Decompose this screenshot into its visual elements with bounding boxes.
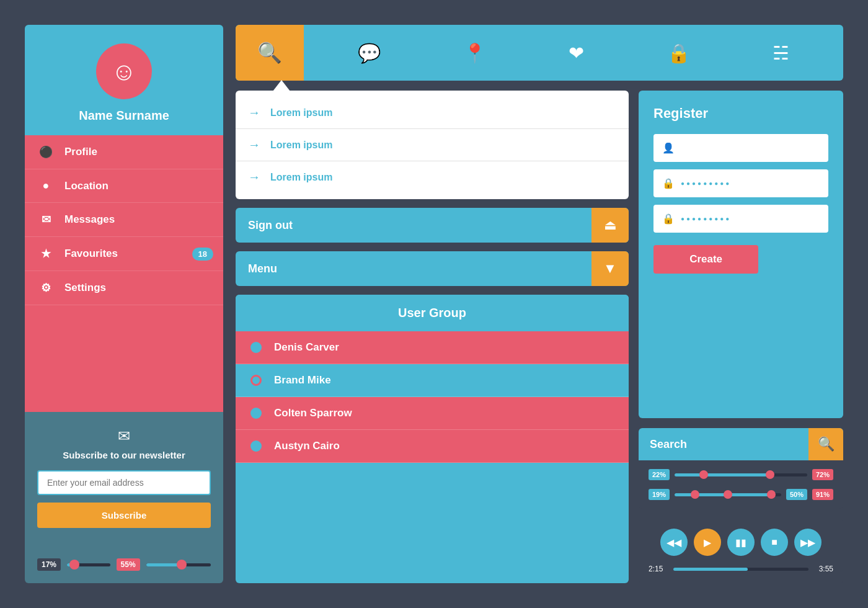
slider-fill-22 <box>675 473 770 476</box>
user-group-card: User Group Denis Carver Brand Mike Colte… <box>236 295 629 583</box>
user-group-header: User Group <box>236 295 629 331</box>
menu-button[interactable]: Menu ▼ <box>236 251 629 286</box>
stop-button[interactable]: ■ <box>761 529 788 556</box>
user-name-3: Colten Sparrow <box>274 407 352 419</box>
nav-item-profile[interactable]: ⚫ Profile <box>25 135 223 169</box>
slider-thumb-2[interactable] <box>177 560 187 570</box>
cube-icon[interactable]: ☵ <box>773 42 789 64</box>
confirm-lock-icon: 🔒 <box>662 213 675 225</box>
user-name-4: Austyn Cairo <box>274 440 340 452</box>
nav-label-messages: Messages <box>64 213 115 226</box>
slider-row-1: 17% 55% <box>37 558 211 571</box>
dropdown-text-3: Lorem ipsum <box>270 172 332 183</box>
nav-item-messages[interactable]: ✉ Messages <box>25 203 223 237</box>
user-item-2[interactable]: Brand Mike <box>236 364 629 397</box>
nav-label-location: Location <box>64 180 108 192</box>
chat-icon[interactable]: 💬 <box>358 42 381 64</box>
badge-50: 50% <box>786 489 807 500</box>
lock-icon[interactable]: 🔒 <box>667 42 690 64</box>
slider-thumb-91[interactable] <box>767 490 776 499</box>
user-item-1[interactable]: Denis Carver <box>236 331 629 364</box>
slider-thumb-22[interactable] <box>699 470 708 479</box>
badge-72: 72% <box>812 469 833 480</box>
email-input[interactable] <box>37 470 211 495</box>
slider-label-1: 17% <box>37 558 61 571</box>
create-button[interactable]: Create <box>653 245 758 274</box>
badge-22: 22% <box>649 469 670 480</box>
password-dots: ●●●●●●●●● <box>681 180 731 187</box>
top-navbar: 🔍 💬 📍 ❤ 🔒 ☵ <box>236 25 843 81</box>
slider-thumb-50[interactable] <box>724 490 732 499</box>
search-card: Search 🔍 22% <box>639 428 843 509</box>
search-label: Search <box>639 438 808 451</box>
dropdown-item-3[interactable]: → Lorem ipsum <box>236 161 629 193</box>
username-input[interactable] <box>681 143 820 153</box>
dropdown-text-2: Lorem ipsum <box>270 140 332 151</box>
search-mag-icon: 🔍 <box>818 436 835 452</box>
dropdown-item-2[interactable]: → Lorem ipsum <box>236 129 629 161</box>
search-bar: Search 🔍 <box>639 428 843 460</box>
pause-button[interactable]: ▮▮ <box>727 529 755 556</box>
register-title: Register <box>653 105 828 122</box>
register-card: Register 👤 🔒 ●●●●●●●●● 🔒 ●●●●●●●●● Creat… <box>639 91 843 418</box>
person-icon: ⚫ <box>37 145 55 159</box>
user-dot-4 <box>250 440 262 452</box>
gear-icon: ⚙ <box>37 281 55 295</box>
password-lock-icon: 🔒 <box>662 177 675 189</box>
slider-row-top: 22% 72% <box>649 469 833 480</box>
signout-button[interactable]: Sign out ⏏ <box>236 208 629 243</box>
pause-icon: ▮▮ <box>735 537 746 548</box>
search-icon: 🔍 <box>257 41 282 65</box>
fast-forward-icon: ▶▶ <box>800 537 815 548</box>
slider-track-22[interactable] <box>675 473 807 476</box>
slider-track-1[interactable] <box>67 563 110 566</box>
slider-thumb-19[interactable] <box>691 490 699 499</box>
navbar-search-button[interactable]: 🔍 <box>236 25 304 81</box>
arrow-icon-3: → <box>248 170 260 184</box>
progress-section: 17% 55% <box>25 543 223 583</box>
nav-label-settings: Settings <box>64 282 106 294</box>
nav-item-favourites[interactable]: ★ Favourites 18 <box>25 237 223 271</box>
player-controls: ◀◀ ▶ ▮▮ ■ ▶▶ <box>649 529 833 556</box>
slider-track-multi[interactable] <box>675 493 781 496</box>
profile-name: Name Surname <box>79 109 169 123</box>
user-dot-1 <box>250 342 262 353</box>
left-panel: ☺ Name Surname ⚫ Profile ● Location ✉ Me… <box>25 25 223 583</box>
heart-icon[interactable]: ❤ <box>569 42 584 64</box>
slider-thumb-1[interactable] <box>69 560 79 570</box>
newsletter-title: Subscribe to our newsletter <box>63 450 185 460</box>
dropdown-text-1: Lorem ipsum <box>270 107 332 118</box>
profile-card: ☺ Name Surname <box>25 25 223 135</box>
rewind-button[interactable]: ◀◀ <box>660 529 688 556</box>
user-item-3[interactable]: Colten Sparrow <box>236 397 629 430</box>
username-icon: 👤 <box>662 142 675 154</box>
triangle-icon: ▼ <box>603 261 617 277</box>
slider-track-2[interactable] <box>146 563 211 566</box>
user-item-4[interactable]: Austyn Cairo <box>236 430 629 463</box>
dropdown-item-1[interactable]: → Lorem ipsum <box>236 97 629 129</box>
confirm-field-wrapper: 🔒 ●●●●●●●●● <box>653 205 828 233</box>
nav-label-profile: Profile <box>64 146 97 158</box>
play-button[interactable]: ▶ <box>694 529 721 556</box>
player-track[interactable] <box>673 568 808 571</box>
search-button[interactable]: 🔍 <box>808 428 843 460</box>
nav-item-settings[interactable]: ⚙ Settings <box>25 271 223 305</box>
navbar-icons: 💬 📍 ❤ 🔒 ☵ <box>304 25 843 81</box>
slider-row-bottom: 19% 50% 91% <box>649 489 833 500</box>
power-icon: ⏏ <box>604 217 617 233</box>
confirm-dots: ●●●●●●●●● <box>681 215 731 222</box>
badge-19: 19% <box>649 489 670 500</box>
slider-thumb-72[interactable] <box>766 470 774 479</box>
stop-icon: ■ <box>771 537 777 548</box>
menu-label: Menu <box>236 262 591 275</box>
location-icon[interactable]: 📍 <box>463 42 486 64</box>
player-fill <box>673 568 748 571</box>
player-progress: 2:15 3:55 <box>649 565 833 573</box>
signout-icon-box: ⏏ <box>591 208 629 243</box>
nav-item-location[interactable]: ● Location <box>25 169 223 203</box>
username-field-wrapper: 👤 <box>653 134 828 162</box>
avatar-icon: ☺ <box>112 59 137 84</box>
fast-forward-button[interactable]: ▶▶ <box>794 529 822 556</box>
subscribe-button[interactable]: Subscribe <box>37 503 211 528</box>
dropdown-arrow <box>273 80 290 91</box>
